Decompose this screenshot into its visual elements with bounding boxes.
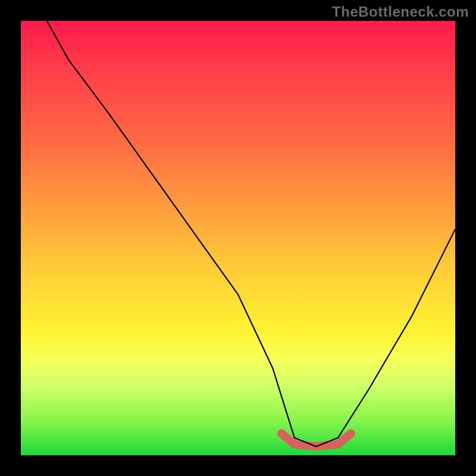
chart-svg: [21, 21, 455, 455]
highlight-bump: [281, 434, 351, 447]
gradient-plot-area: [21, 21, 455, 455]
watermark-text: TheBottleneck.com: [332, 4, 469, 20]
chart-frame: TheBottleneck.com: [0, 0, 476, 476]
bottleneck-curve: [47, 21, 455, 446]
